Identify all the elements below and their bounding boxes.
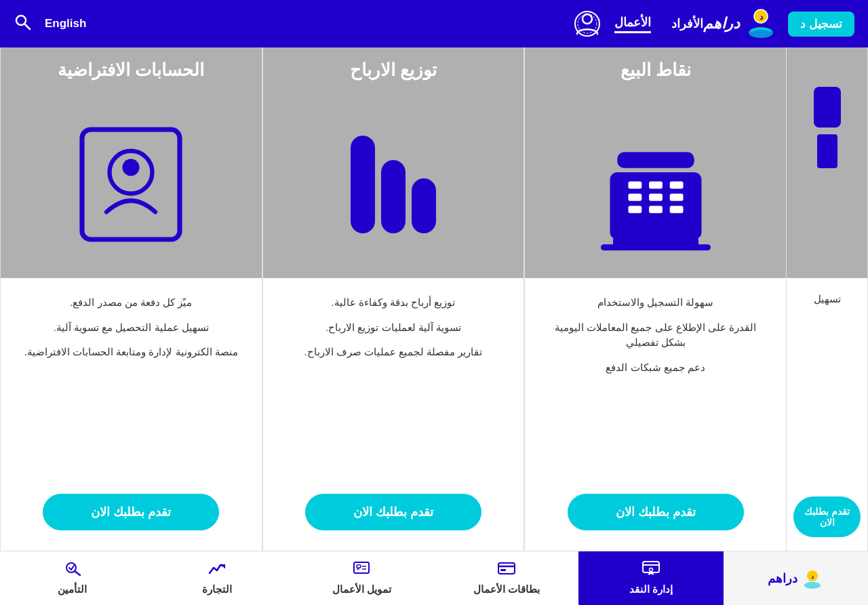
svg-rect-18 xyxy=(669,194,683,201)
svg-rect-40 xyxy=(357,565,361,568)
svg-point-32 xyxy=(804,582,821,589)
header-left: English xyxy=(14,13,86,35)
svg-rect-16 xyxy=(628,194,642,201)
card-profits-title: توزيع الارباح xyxy=(350,60,437,81)
svg-line-47 xyxy=(71,566,74,570)
svg-rect-38 xyxy=(500,569,506,571)
chart-icon xyxy=(332,91,454,278)
svg-rect-9 xyxy=(817,134,837,168)
card-profits: توزيع الارباح توزيع أرباح بدقة وكفاءة عا… xyxy=(262,47,525,551)
virtual-feature-1: ميّز كل دفعة من مصدر الدفع. xyxy=(21,295,241,311)
profits-feature-2: تسوية آلية لعمليات توزيع الارباح. xyxy=(283,320,504,336)
virtual-cta-button[interactable]: تقدم بطلبك الان xyxy=(43,494,219,530)
pos-feature-1: سهولة التسجيل والاستخدام xyxy=(545,295,766,311)
bottom-nav-cash[interactable]: إدارة النقد xyxy=(578,551,723,605)
bottom-nav-finance-label: تمويل الأعمال xyxy=(332,583,391,596)
card-pos-icon-area: نقاط البيع xyxy=(525,47,786,278)
svg-rect-25 xyxy=(381,160,406,233)
bottom-nav-insurance-label: التأمين xyxy=(58,583,87,596)
user-icon[interactable] xyxy=(574,10,601,37)
svg-rect-27 xyxy=(82,130,180,239)
svg-rect-13 xyxy=(628,182,642,189)
svg-point-3 xyxy=(583,14,592,24)
language-switch[interactable]: English xyxy=(45,17,86,31)
svg-rect-24 xyxy=(351,136,375,233)
svg-rect-21 xyxy=(669,206,683,214)
partial-card: تسهيل تقدم بطلبك الان xyxy=(787,47,868,551)
card-pos-cta: تقدم بطلبك الان xyxy=(525,480,786,551)
profits-cta-button[interactable]: تقدم بطلبك الان xyxy=(305,494,481,530)
svg-rect-8 xyxy=(814,87,841,128)
svg-point-29 xyxy=(123,159,140,176)
header-nav: الأفراد الأعمال xyxy=(614,15,703,33)
bottom-nav-cards[interactable]: بطاقات الأعمال xyxy=(434,551,578,605)
nav-afrad[interactable]: الأفراد xyxy=(671,16,703,31)
svg-rect-39 xyxy=(354,562,369,573)
partial-icon-svg xyxy=(800,60,854,195)
nav-aamal[interactable]: الأعمال xyxy=(614,15,651,33)
bottom-nav-trade-label: التجارة xyxy=(202,583,232,596)
card-pos-features: سهولة التسجيل والاستخدام القدرة على الإط… xyxy=(525,278,786,480)
account-icon xyxy=(70,91,192,278)
profits-feature-3: تقارير مفصلة لجميع عمليات صرف الارباح. xyxy=(283,345,504,360)
cash-icon xyxy=(642,561,660,580)
svg-line-7 xyxy=(24,24,30,29)
svg-rect-36 xyxy=(498,563,515,574)
pos-feature-3: دعم جميع شبكات الدفع xyxy=(545,360,766,376)
partial-feature-1: تسهيل xyxy=(793,292,861,307)
logo-text: دراهم xyxy=(703,15,740,33)
bottom-nav: د دراهم إدارة النقد بطاقات الأعمال xyxy=(0,551,868,605)
partial-card-icon-area xyxy=(787,47,867,278)
bottom-nav-trade[interactable]: التجارة xyxy=(144,551,289,605)
card-pos: نقاط البيع xyxy=(524,47,787,551)
svg-rect-20 xyxy=(649,206,663,214)
svg-rect-19 xyxy=(628,206,642,214)
card-profits-cta: تقدم بطلبك الان xyxy=(263,480,524,551)
svg-rect-14 xyxy=(649,182,663,189)
profits-feature-1: توزيع أرباح بدقة وكفاءة عالية. xyxy=(283,295,504,311)
partial-card-text: تسهيل xyxy=(787,278,867,496)
main-content: تسهيل تقدم بطلبك الان نقاط البيع xyxy=(0,47,868,551)
bottom-logo-icon: د xyxy=(802,568,823,589)
svg-line-45 xyxy=(75,571,80,575)
pos-icon xyxy=(595,91,717,278)
card-virtual-icon-area: الحسابات الافتراضية xyxy=(1,47,262,278)
svg-text:د: د xyxy=(811,573,814,580)
svg-rect-12 xyxy=(620,154,690,165)
virtual-feature-2: تسهيل عملية التحصيل مع تسوية آلية. xyxy=(21,320,241,336)
bottom-nav-cash-label: إدارة النقد xyxy=(629,583,673,596)
svg-rect-23 xyxy=(601,244,711,250)
bottom-nav-finance[interactable]: تمويل الأعمال xyxy=(290,551,434,605)
header: تسجيل د د دراهم الأفراد الأعمال English xyxy=(0,0,868,47)
virtual-feature-3: منصة الكترونية لإدارة ومتابعة الحسابات ا… xyxy=(21,345,241,360)
search-icon[interactable] xyxy=(14,13,31,35)
logo-icon: د xyxy=(744,7,778,41)
svg-rect-15 xyxy=(669,182,683,189)
bottom-logo-text: دراهم xyxy=(768,571,797,586)
card-virtual-title: الحسابات الافتراضية xyxy=(58,60,204,81)
register-button[interactable]: تسجيل د xyxy=(788,12,854,37)
bottom-nav-cards-label: بطاقات الأعمال xyxy=(473,583,540,596)
trade-icon xyxy=(208,561,226,580)
card-profits-features: توزيع أرباح بدقة وكفاءة عالية. تسوية آلي… xyxy=(263,278,524,480)
partial-cta-button[interactable]: تقدم بطلبك الان xyxy=(793,496,861,537)
pos-feature-2: القدرة على الإطلاع على جميع المعاملات ال… xyxy=(545,320,766,351)
insurance-icon xyxy=(64,561,81,580)
cards-icon xyxy=(498,561,515,580)
card-profits-icon-area: توزيع الارباح xyxy=(263,47,524,278)
logo[interactable]: د دراهم xyxy=(703,7,778,41)
card-virtual: الحسابات الافتراضية ميّز كل دفعة من مصدر… xyxy=(0,47,262,551)
card-virtual-cta: تقدم بطلبك الان xyxy=(1,480,262,551)
svg-rect-26 xyxy=(412,178,436,233)
svg-rect-17 xyxy=(649,194,663,201)
pos-cta-button[interactable]: تقدم بطلبك الان xyxy=(568,494,744,530)
bottom-nav-insurance[interactable]: التأمين xyxy=(0,551,144,605)
card-pos-title: نقاط البيع xyxy=(620,60,691,81)
card-virtual-features: ميّز كل دفعة من مصدر الدفع. تسهيل عملية … xyxy=(1,278,262,480)
svg-point-35 xyxy=(650,568,653,572)
finance-icon xyxy=(353,561,370,580)
bottom-nav-logo[interactable]: د دراهم xyxy=(724,551,868,605)
svg-rect-33 xyxy=(643,562,659,572)
